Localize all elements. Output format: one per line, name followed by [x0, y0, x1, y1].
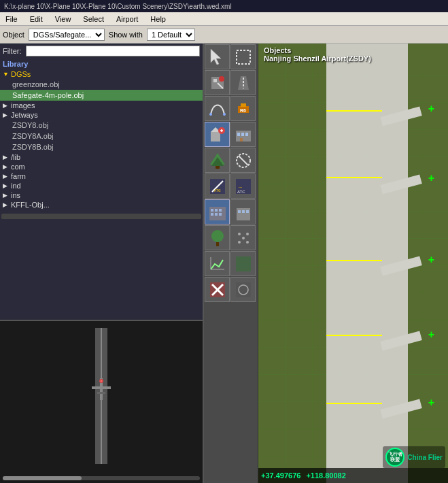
- tree-item-zsdy8b[interactable]: ZSDY8B.obj: [0, 141, 203, 152]
- facade-btn[interactable]: [230, 122, 256, 147]
- dots-btn[interactable]: [230, 225, 256, 250]
- building-btn[interactable]: [205, 199, 230, 224]
- tree-group-ins[interactable]: ▶ ins: [0, 190, 203, 200]
- icon-row-5: [205, 148, 257, 173]
- grass-btn[interactable]: [230, 251, 256, 276]
- road-btn[interactable]: [230, 70, 256, 95]
- kffl-label: KFFL-Obj...: [11, 201, 50, 209]
- svg-point-56: [238, 241, 241, 244]
- tree-item-greenzone[interactable]: greenzone.obj: [0, 79, 203, 90]
- exclusion-btn[interactable]: [230, 148, 256, 173]
- tree-item-safegate[interactable]: Safegate-4m-pole.obj: [0, 90, 203, 101]
- show-combo[interactable]: 1 Default: [147, 29, 195, 41]
- tree-group-jetways[interactable]: ▶ Jetways: [0, 110, 203, 120]
- forest-icon: [208, 151, 227, 170]
- preview-content: [0, 321, 203, 483]
- ind-arrow: ▶: [3, 182, 10, 189]
- dgs-label: DGSs: [11, 70, 31, 78]
- marquee-btn[interactable]: [230, 44, 256, 69]
- object-btn[interactable]: [205, 122, 230, 147]
- select-arrow-btn[interactable]: [205, 44, 230, 69]
- svg-point-55: [246, 233, 249, 235]
- svg-text:ATC: ATC: [237, 190, 245, 194]
- svg-rect-50: [246, 210, 249, 213]
- chart-icon: [208, 254, 227, 273]
- objects-tab-text: Objects: [264, 46, 291, 54]
- tree-item-zsdy8[interactable]: ZSDY8.obj: [0, 120, 203, 131]
- tree-group-images[interactable]: ▶ images: [0, 101, 203, 110]
- svg-rect-52: [216, 242, 219, 246]
- line-btn[interactable]: → ATC: [205, 173, 230, 199]
- building2-btn[interactable]: [230, 199, 256, 224]
- svg-rect-42: [215, 209, 218, 212]
- menu-edit[interactable]: Edit: [27, 15, 46, 23]
- taxiway-btn[interactable]: [205, 70, 230, 95]
- filter-row: Filter:: [0, 44, 203, 59]
- svg-point-54: [242, 237, 245, 239]
- tree-group-com[interactable]: ▶ com: [0, 162, 203, 171]
- main-area: Filter: Library ▼ DGSs greenzone.obj Saf…: [0, 44, 448, 483]
- tree-group-kffl[interactable]: ▶ KFFL-Obj...: [0, 200, 203, 210]
- left-panel: Filter: Library ▼ DGSs greenzone.obj Saf…: [0, 44, 204, 483]
- cross-marker-3: +: [428, 254, 434, 265]
- menu-airport[interactable]: Airport: [114, 15, 141, 23]
- facade-icon: [234, 125, 253, 144]
- yellow-line-1: [326, 110, 382, 112]
- tree-group-ind[interactable]: ▶ ind: [0, 181, 203, 190]
- ins-label: ins: [11, 191, 20, 199]
- svg-rect-8: [213, 79, 217, 82]
- delete-btn[interactable]: [205, 277, 230, 302]
- chart-btn[interactable]: [205, 251, 230, 276]
- extra-btn[interactable]: [230, 277, 256, 302]
- building2-icon: [234, 203, 253, 222]
- lib-arrow: ▶: [3, 154, 10, 161]
- bezier-btn[interactable]: [205, 96, 230, 121]
- title-bar: K:\x-plane 10\X-Plane 10\X-Plane 10\Cust…: [0, 0, 448, 12]
- svg-rect-2: [97, 392, 105, 394]
- svg-point-57: [246, 241, 249, 244]
- road-icon: [234, 73, 253, 93]
- svg-rect-27: [240, 138, 243, 141]
- menu-help[interactable]: Help: [148, 15, 169, 23]
- forest-btn[interactable]: [205, 148, 230, 173]
- menu-select[interactable]: Select: [80, 15, 107, 23]
- coord-lon: +118.80082: [306, 471, 345, 480]
- line-icon: → ATC: [208, 177, 227, 196]
- menu-view[interactable]: View: [52, 15, 74, 23]
- filter-input[interactable]: [26, 46, 200, 56]
- icon-row-6: → ATC → ATC: [205, 173, 257, 199]
- title-text: K:\x-plane 10\X-Plane 10\X-Plane 10\Cust…: [4, 3, 232, 10]
- svg-rect-41: [211, 209, 213, 212]
- svg-point-13: [209, 113, 212, 116]
- yellow-line-5: [326, 403, 382, 404]
- library-label: Library: [0, 59, 203, 69]
- bezier-icon: [208, 99, 227, 118]
- icon-row-2: [205, 70, 257, 95]
- tree-group-dgs[interactable]: ▼ DGSs: [0, 69, 203, 79]
- tree-btn[interactable]: [205, 225, 230, 250]
- svg-text:ATC: ATC: [214, 188, 221, 193]
- images-arrow: ▶: [3, 102, 10, 109]
- ind-label: ind: [11, 182, 21, 190]
- exclusion-icon: [234, 151, 253, 170]
- svg-rect-46: [219, 213, 222, 216]
- watermark-label: China Flier: [407, 454, 443, 461]
- preview-scrollbar[interactable]: [3, 476, 200, 480]
- svg-rect-48: [238, 210, 241, 213]
- tree-scrollbar[interactable]: [1, 214, 201, 219]
- mark-btn[interactable]: R6: [230, 96, 256, 121]
- com-arrow: ▶: [3, 163, 10, 170]
- show-label: Show with: [109, 31, 143, 39]
- map-area[interactable]: + + + + + Objects Nanjing Shenzil Airpor…: [258, 44, 448, 483]
- tree-group-lib[interactable]: ▶ /lib: [0, 152, 203, 162]
- tree-item-zsdy8a[interactable]: ZSDY8A.obj: [0, 131, 203, 141]
- atc-btn[interactable]: → ATC: [230, 173, 256, 199]
- delete-icon: [208, 280, 227, 299]
- tree-group-farm[interactable]: ▶ farm: [0, 171, 203, 181]
- object-combo[interactable]: DGSs/Safegate...: [29, 29, 105, 41]
- icon-row-10: [205, 277, 257, 302]
- menu-file[interactable]: File: [3, 15, 20, 23]
- watermark: 飞行者联盟 China Flier: [383, 446, 445, 468]
- preview-scrollbar-thumb: [3, 476, 82, 480]
- grass-icon: [234, 254, 253, 273]
